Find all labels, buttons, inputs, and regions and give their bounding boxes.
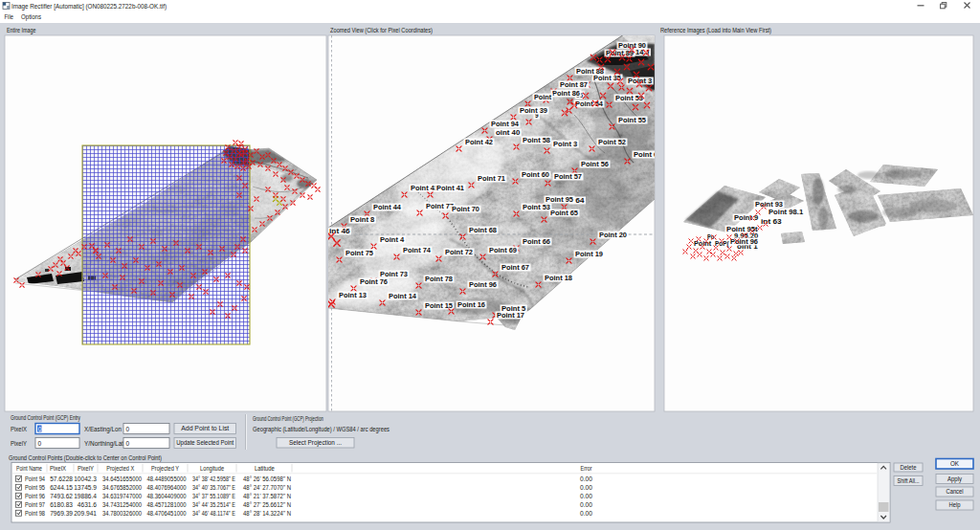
- svg-text:34.7800326000: 34.7800326000: [102, 510, 142, 517]
- svg-text:34° 46' 48.1174" E: 34° 46' 48.1174" E: [192, 510, 235, 517]
- svg-text:Point 67: Point 67: [501, 264, 529, 271]
- svg-text:Point 96: Point 96: [730, 238, 758, 245]
- svg-text:Point 94: Point 94: [491, 121, 519, 127]
- svg-text:0: 0: [126, 440, 130, 447]
- svg-text:File: File: [5, 12, 14, 21]
- svg-text:Options: Options: [21, 12, 41, 21]
- svg-text:34° 38' 42.5958" E: 34° 38' 42.5958" E: [192, 475, 235, 482]
- svg-text:48° 27' 25.6612" N: 48° 27' 25.6612" N: [243, 501, 291, 508]
- svg-text:19886.4: 19886.4: [74, 493, 97, 499]
- svg-text:Point 98.1: Point 98.1: [768, 209, 803, 215]
- svg-text:Point 39: Point 39: [520, 107, 547, 114]
- svg-text:48° 21' 37.5872" N: 48° 21' 37.5872" N: [243, 493, 291, 499]
- svg-text:Point 19: Point 19: [575, 251, 603, 257]
- svg-text:Point 94: Point 94: [25, 475, 45, 482]
- svg-text:7969.39: 7969.39: [50, 510, 73, 517]
- svg-text:Point 20: Point 20: [599, 232, 627, 238]
- svg-text:Point 3: Point 3: [553, 141, 578, 147]
- svg-text:Point 74: Point 74: [403, 247, 431, 254]
- svg-text:Latitude: Latitude: [255, 465, 275, 472]
- svg-text:Point 97: Point 97: [25, 501, 45, 508]
- svg-text:Point 56: Point 56: [581, 161, 609, 167]
- svg-text:Point 77: Point 77: [426, 203, 454, 210]
- svg-text:6244.15: 6244.15: [50, 484, 73, 491]
- svg-text:Point 90: Point 90: [618, 42, 646, 49]
- svg-text:Point 18: Point 18: [545, 275, 572, 281]
- svg-text:Point 8: Point 8: [350, 216, 375, 223]
- svg-text:48.4706451000: 48.4706451000: [147, 510, 187, 517]
- svg-text:0.00: 0.00: [580, 510, 592, 517]
- svg-text:Add Point to List: Add Point to List: [181, 425, 229, 431]
- svg-text:34° 37' 55.1089" E: 34° 37' 55.1089" E: [192, 493, 235, 499]
- svg-text:Point 6: Point 6: [634, 151, 658, 158]
- svg-text:Point 58: Point 58: [523, 137, 550, 144]
- svg-text:Point 65: Point 65: [550, 210, 578, 216]
- svg-text:Point 70: Point 70: [452, 206, 479, 212]
- svg-text:PixelY: PixelY: [11, 440, 27, 447]
- svg-text:Point 95: Point 95: [25, 484, 45, 491]
- svg-text:6180.83: 6180.83: [50, 501, 73, 508]
- svg-text:Image Rectifier [Automatic] (O: Image Rectifier [Automatic] (ON080225.27…: [11, 2, 167, 11]
- svg-text:Geographic (Latitude/Longitude: Geographic (Latitude/Longitude) / WGS84 …: [253, 426, 390, 433]
- svg-text:Point 88: Point 88: [576, 68, 604, 75]
- svg-text:Ground Control Point (GCP) Ent: Ground Control Point (GCP) Entry: [11, 414, 80, 422]
- svg-text:Update Selected Point: Update Selected Point: [176, 439, 234, 447]
- svg-text:Point 66: Point 66: [523, 238, 550, 245]
- svg-text:7493.62: 7493.62: [50, 493, 73, 499]
- svg-text:Shift All...: Shift All...: [898, 477, 920, 484]
- svg-text:48.4076964000: 48.4076964000: [147, 484, 187, 491]
- svg-text:Point 86: Point 86: [552, 90, 580, 97]
- svg-text:48° 28' 14.3224" N: 48° 28' 14.3224" N: [243, 510, 291, 517]
- svg-text:48° 24' 27.7070" N: 48° 24' 27.7070" N: [243, 484, 291, 491]
- svg-text:Point Name: Point Name: [16, 465, 42, 472]
- svg-text:Error: Error: [581, 465, 593, 472]
- svg-text:Point: Point: [534, 94, 552, 100]
- svg-text:Point 52: Point 52: [598, 139, 626, 145]
- svg-text:48° 26' 56.0598" N: 48° 26' 56.0598" N: [243, 475, 291, 482]
- svg-text:34° 44' 35.2514" E: 34° 44' 35.2514" E: [192, 501, 235, 508]
- svg-text:Point 9: Point 9: [734, 214, 759, 221]
- svg-text:Point 96: Point 96: [469, 281, 497, 288]
- svg-text:PixelY: PixelY: [78, 465, 95, 472]
- svg-text:Point 60: Point 60: [522, 171, 549, 178]
- svg-text:Projected X: Projected X: [106, 465, 135, 473]
- svg-text:209.941: 209.941: [74, 510, 97, 517]
- svg-text:Apply: Apply: [947, 475, 963, 483]
- svg-text:Point 75: Point 75: [345, 250, 373, 256]
- svg-text:0: 0: [38, 426, 42, 432]
- svg-text:Point 72: Point 72: [445, 249, 473, 255]
- svg-text:Point 96: Point 96: [25, 493, 45, 499]
- svg-text:34.6451655000: 34.6451655000: [102, 475, 142, 482]
- svg-text:Point 95t: Point 95t: [726, 226, 758, 232]
- svg-text:Projected Y: Projected Y: [151, 465, 180, 473]
- svg-text:OK: OK: [950, 460, 959, 467]
- svg-text:int 46: int 46: [329, 228, 350, 234]
- svg-text:Reference Images (Load into Ma: Reference Images (Load into Main View Fi…: [660, 27, 771, 34]
- svg-text:Point 55: Point 55: [618, 117, 646, 123]
- svg-text:Point 43: Point 43: [411, 185, 438, 191]
- svg-text:Point 35: Point 35: [593, 75, 621, 81]
- svg-text:Point 42: Point 42: [465, 139, 493, 145]
- svg-text:0.00: 0.00: [580, 493, 592, 499]
- svg-text:Point 87: Point 87: [560, 81, 588, 88]
- svg-text:Zoomed View (Click for Pixel C: Zoomed View (Click for Pixel Coordinates…: [330, 27, 433, 34]
- svg-text:Ground Control Point (GCP) Pro: Ground Control Point (GCP) Projection: [253, 415, 323, 423]
- svg-text:48.4571281000: 48.4571281000: [147, 501, 187, 508]
- svg-text:34.7431254000: 34.7431254000: [102, 501, 142, 508]
- svg-text:Point 73: Point 73: [380, 271, 408, 277]
- svg-text:Point 4: Point 4: [380, 236, 405, 243]
- svg-text:48.4489055000: 48.4489055000: [147, 475, 187, 482]
- svg-text:34.6319747000: 34.6319747000: [102, 493, 142, 499]
- svg-text:4631.6: 4631.6: [78, 501, 98, 508]
- svg-text:Point 78: Point 78: [425, 276, 453, 282]
- svg-text:57.6228: 57.6228: [50, 475, 73, 482]
- svg-text:PixelX: PixelX: [11, 426, 27, 432]
- svg-text:Point 53: Point 53: [523, 204, 550, 210]
- svg-text:Point 98: Point 98: [25, 510, 45, 517]
- svg-text:Point 54: Point 54: [575, 100, 603, 107]
- svg-text:Point 5: Point 5: [501, 305, 526, 312]
- svg-text:Delete: Delete: [901, 464, 917, 471]
- svg-text:Point 17: Point 17: [497, 312, 524, 319]
- svg-text:0: 0: [38, 440, 42, 447]
- svg-text:Cancel: Cancel: [947, 488, 964, 495]
